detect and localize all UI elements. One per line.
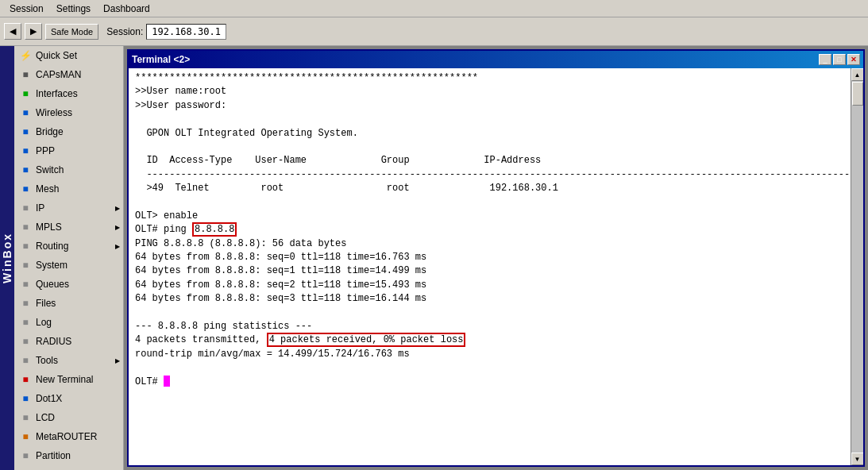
sidebar-item-make-supout[interactable]: ■ Make Supout.rif xyxy=(14,465,123,470)
sidebar: ⚡ Quick Set ■ CAPsMAN ■ Interfaces ■ Wir… xyxy=(14,46,124,470)
partition-icon: ■ xyxy=(19,449,32,462)
new-terminal-icon: ■ xyxy=(19,373,32,386)
lcd-icon: ■ xyxy=(19,411,32,424)
dot1x-icon: ■ xyxy=(19,392,32,405)
sidebar-item-capsman[interactable]: ■ CAPsMAN xyxy=(14,65,123,84)
sidebar-label-quick-set: Quick Set xyxy=(36,50,77,61)
sidebar-label-radius: RADIUS xyxy=(36,336,71,347)
sidebar-item-system[interactable]: ■ System xyxy=(14,256,123,275)
sidebar-label-routing: Routing xyxy=(36,241,68,252)
mesh-icon: ■ xyxy=(19,183,32,195)
scroll-thumb[interactable] xyxy=(852,82,863,106)
capsman-icon: ■ xyxy=(19,68,32,81)
sidebar-label-mesh: Mesh xyxy=(36,183,59,195)
close-button[interactable]: ✕ xyxy=(847,54,860,65)
back-button[interactable]: ◀ xyxy=(4,23,21,40)
menu-session[interactable]: Session xyxy=(3,2,50,16)
session-label: Session: xyxy=(106,26,143,37)
sidebar-label-mpls: MPLS xyxy=(36,222,62,233)
sidebar-item-mpls[interactable]: ■ MPLS xyxy=(14,218,123,237)
sidebar-item-routing[interactable]: ■ Routing xyxy=(14,237,123,256)
scroll-up-button[interactable]: ▲ xyxy=(851,68,864,81)
sidebar-label-partition: Partition xyxy=(36,450,71,461)
mpls-icon: ■ xyxy=(19,221,32,233)
log-icon: ■ xyxy=(19,316,32,329)
packet-highlight: 4 packets received, 0% packet loss xyxy=(267,333,466,347)
winbox-label: WinBox xyxy=(0,46,14,470)
sidebar-label-dot1x: Dot1X xyxy=(36,393,62,404)
terminal-scrollbar[interactable]: ▲ ▼ xyxy=(851,68,863,465)
sidebar-item-queues[interactable]: ■ Queues xyxy=(14,275,123,294)
radius-icon: ■ xyxy=(19,335,32,348)
session-ip: 192.168.30.1 xyxy=(146,24,226,40)
sidebar-item-radius[interactable]: ■ RADIUS xyxy=(14,332,123,351)
sidebar-label-new-terminal: New Terminal xyxy=(36,374,93,385)
sidebar-label-queues: Queues xyxy=(36,279,69,290)
system-icon: ■ xyxy=(19,259,32,272)
sidebar-label-bridge: Bridge xyxy=(36,126,64,137)
sidebar-item-partition[interactable]: ■ Partition xyxy=(14,446,123,465)
sidebar-label-lcd: LCD xyxy=(36,412,55,423)
sidebar-label-tools: Tools xyxy=(36,355,58,366)
metarouter-icon: ■ xyxy=(19,430,32,443)
terminal-controls: _ □ ✕ xyxy=(819,54,860,65)
ppp-icon: ■ xyxy=(19,144,32,157)
sidebar-label-ip: IP xyxy=(36,202,44,214)
sidebar-item-mesh[interactable]: ■ Mesh xyxy=(14,179,123,198)
bridge-icon: ■ xyxy=(19,125,32,138)
menu-dashboard[interactable]: Dashboard xyxy=(97,2,156,16)
files-icon: ■ xyxy=(19,297,32,310)
sidebar-label-ppp: PPP xyxy=(36,145,55,156)
wireless-icon: ■ xyxy=(19,106,32,119)
sidebar-label-switch: Switch xyxy=(36,164,64,175)
sidebar-label-capsman: CAPsMAN xyxy=(36,69,81,80)
sidebar-item-tools[interactable]: ■ Tools xyxy=(14,351,123,370)
safe-mode-button[interactable]: Safe Mode xyxy=(45,24,98,40)
sidebar-item-switch[interactable]: ■ Switch xyxy=(14,160,123,179)
terminal-titlebar: Terminal <2> _ □ ✕ xyxy=(129,51,863,68)
menu-bar: Session Settings Dashboard xyxy=(0,0,868,17)
terminal-window: Terminal <2> _ □ ✕ *********************… xyxy=(127,49,865,467)
forward-button[interactable]: ▶ xyxy=(25,23,42,40)
sidebar-label-wireless: Wireless xyxy=(36,107,72,118)
sidebar-item-bridge[interactable]: ■ Bridge xyxy=(14,122,123,141)
terminal-body[interactable]: ****************************************… xyxy=(129,68,851,465)
terminal-title: Terminal <2> xyxy=(132,54,190,65)
sidebar-label-metarouter: MetaROUTER xyxy=(36,431,97,442)
sidebar-item-log[interactable]: ■ Log xyxy=(14,313,123,332)
sidebar-label-interfaces: Interfaces xyxy=(36,88,78,99)
sidebar-item-wireless[interactable]: ■ Wireless xyxy=(14,103,123,122)
sidebar-item-files[interactable]: ■ Files xyxy=(14,294,123,313)
main-layout: WinBox ⚡ Quick Set ■ CAPsMAN ■ Interface… xyxy=(0,46,868,470)
quick-set-icon: ⚡ xyxy=(19,49,32,62)
interfaces-icon: ■ xyxy=(19,87,32,100)
switch-icon: ■ xyxy=(19,164,32,176)
sidebar-item-ip[interactable]: ■ IP xyxy=(14,198,123,218)
sidebar-item-metarouter[interactable]: ■ MetaROUTER xyxy=(14,427,123,446)
routing-icon: ■ xyxy=(19,240,32,252)
sidebar-label-log: Log xyxy=(36,317,52,328)
sidebar-item-dot1x[interactable]: ■ Dot1X xyxy=(14,389,123,408)
queues-icon: ■ xyxy=(19,278,32,291)
tools-icon: ■ xyxy=(19,354,32,367)
ping-highlight: 8.8.8.8 xyxy=(192,222,237,237)
scroll-down-button[interactable]: ▼ xyxy=(851,453,864,465)
menu-settings[interactable]: Settings xyxy=(50,2,97,16)
minimize-button[interactable]: _ xyxy=(819,54,831,65)
sidebar-item-lcd[interactable]: ■ LCD xyxy=(14,408,123,427)
sidebar-item-ppp[interactable]: ■ PPP xyxy=(14,141,123,160)
scroll-track[interactable] xyxy=(851,81,863,453)
ip-icon: ■ xyxy=(19,202,32,214)
sidebar-item-new-terminal[interactable]: ■ New Terminal xyxy=(14,370,123,389)
maximize-button[interactable]: □ xyxy=(833,54,846,65)
terminal-body-wrapper: ****************************************… xyxy=(129,68,863,465)
toolbar: ◀ ▶ Safe Mode Session: 192.168.30.1 xyxy=(0,17,868,46)
sidebar-item-quick-set[interactable]: ⚡ Quick Set xyxy=(14,46,123,65)
sidebar-label-files: Files xyxy=(36,298,56,309)
content-area: Terminal <2> _ □ ✕ *********************… xyxy=(124,46,868,470)
cursor-blink xyxy=(164,376,170,387)
sidebar-item-interfaces[interactable]: ■ Interfaces xyxy=(14,84,123,103)
sidebar-label-system: System xyxy=(36,260,68,271)
